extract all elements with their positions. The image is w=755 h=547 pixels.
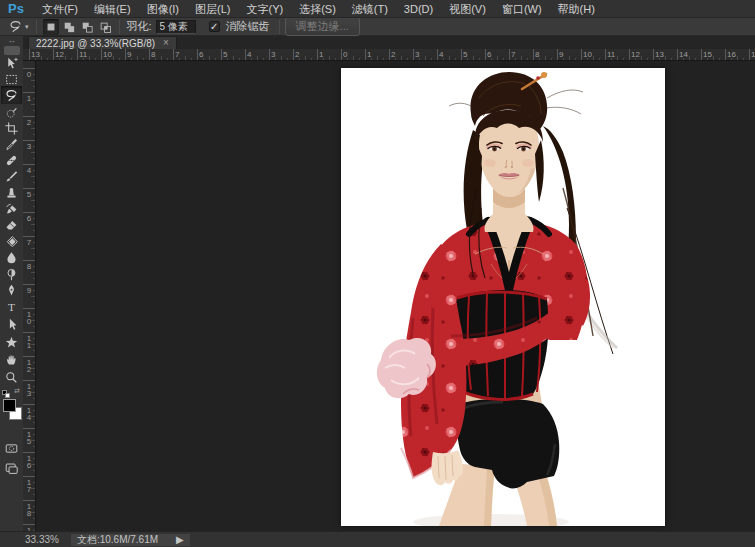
hand-tool-icon[interactable] — [5, 353, 18, 366]
antialias-label: 消除锯齿 — [226, 19, 270, 34]
lasso-tool-icon[interactable] — [5, 89, 18, 102]
close-tab-icon[interactable]: × — [163, 38, 169, 48]
feather-label: 羽化: — [127, 19, 152, 34]
separator — [279, 20, 280, 34]
separator — [119, 20, 120, 34]
swap-colors-icon[interactable]: ⇄ — [14, 387, 20, 395]
foreground-color-swatch[interactable] — [3, 399, 16, 412]
screen-mode-button[interactable] — [5, 462, 18, 475]
eyedropper-tool-icon[interactable] — [5, 138, 18, 151]
history-brush-tool-icon[interactable] — [5, 203, 18, 216]
menu-item-9[interactable]: 窗口(W) — [494, 0, 550, 18]
healing-brush-tool-icon[interactable] — [5, 154, 18, 167]
document-tab[interactable]: 2222.jpg @ 33.3%(RGB/8) × — [28, 36, 177, 49]
marquee-tool-icon[interactable] — [5, 73, 18, 86]
pen-tool-icon[interactable] — [5, 284, 18, 297]
default-colors-icon[interactable] — [2, 390, 11, 398]
document-image — [341, 68, 665, 526]
clone-stamp-tool-icon[interactable] — [5, 187, 18, 200]
collapse-panel-icon[interactable]: ↔ — [0, 36, 23, 45]
menu-item-0[interactable]: 文件(F) — [34, 0, 86, 18]
status-bar: 33.33% 文档:10.6M/7.61M ▶ — [0, 531, 755, 547]
lasso-icon — [8, 20, 23, 33]
separator — [36, 20, 37, 34]
menu-item-1[interactable]: 编辑(E) — [86, 0, 139, 18]
crop-tool-icon[interactable] — [5, 122, 18, 135]
photoshop-logo: Ps — [0, 1, 34, 16]
feather-input[interactable] — [156, 20, 196, 34]
menu-item-4[interactable]: 文字(Y) — [238, 0, 291, 18]
antialias-checkbox[interactable]: ✓ — [209, 21, 220, 32]
refine-edge-button[interactable]: 调整边缘... — [285, 17, 360, 36]
subtract-from-selection-button[interactable] — [79, 19, 95, 35]
document-canvas[interactable] — [341, 68, 665, 526]
menu-item-5[interactable]: 选择(S) — [291, 0, 344, 18]
tools-panel: ↔ T ⇄ — [0, 36, 23, 531]
move-tool-icon[interactable] — [5, 57, 18, 70]
tool-preset-picker[interactable]: ▾ — [0, 20, 31, 33]
menu-item-2[interactable]: 图像(I) — [139, 0, 187, 18]
dodge-tool-icon[interactable] — [5, 268, 18, 281]
document-title: 2222.jpg @ 33.3%(RGB/8) — [36, 38, 155, 49]
quick-select-tool-icon[interactable] — [5, 106, 18, 119]
canvas-pasteboard[interactable] — [36, 61, 755, 531]
blur-tool-icon[interactable] — [5, 251, 18, 264]
zoom-level-field[interactable]: 33.33% — [25, 534, 59, 545]
menu-item-10[interactable]: 帮助(H) — [550, 0, 603, 18]
gradient-tool-icon[interactable] — [5, 235, 18, 248]
chevron-down-icon: ▾ — [25, 23, 29, 31]
menu-item-8[interactable]: 视图(V) — [441, 0, 494, 18]
panel-grip[interactable] — [4, 46, 20, 55]
tool-options-bar: ▾ 羽化: ✓ 消除锯齿 调整边缘... — [0, 18, 755, 36]
status-flyout-icon[interactable]: ▶ — [176, 534, 184, 545]
horizontal-ruler[interactable]: 1312111098765432101234567891011121314151… — [23, 49, 755, 61]
shape-tool-icon[interactable] — [5, 336, 18, 349]
type-tool-icon[interactable]: T — [5, 300, 18, 313]
document-tab-bar: 2222.jpg @ 33.3%(RGB/8) × — [23, 36, 755, 49]
svg-text:T: T — [8, 301, 15, 313]
new-selection-button[interactable] — [43, 19, 59, 35]
menu-item-6[interactable]: 滤镜(T) — [344, 0, 396, 18]
path-select-tool-icon[interactable] — [5, 318, 18, 331]
intersect-selection-button[interactable] — [97, 19, 113, 35]
menu-item-3[interactable]: 图层(L) — [187, 0, 238, 18]
eraser-tool-icon[interactable] — [5, 219, 18, 232]
quick-mask-button[interactable] — [5, 442, 18, 455]
document-info[interactable]: 文档:10.6M/7.61M ▶ — [71, 534, 190, 546]
add-to-selection-button[interactable] — [61, 19, 77, 35]
zoom-tool-icon[interactable] — [5, 371, 18, 384]
document-size-text: 文档:10.6M/7.61M — [77, 533, 158, 547]
menu-item-7[interactable]: 3D(D) — [396, 0, 441, 18]
selection-mode-group — [42, 19, 114, 35]
brush-tool-icon[interactable] — [5, 170, 18, 183]
menu-bar: Ps 文件(F)编辑(E)图像(I)图层(L)文字(Y)选择(S)滤镜(T)3D… — [0, 0, 755, 18]
menu-items: 文件(F)编辑(E)图像(I)图层(L)文字(Y)选择(S)滤镜(T)3D(D)… — [34, 0, 603, 18]
vertical-ruler[interactable]: 012345678910111213141516171819 — [23, 61, 36, 531]
